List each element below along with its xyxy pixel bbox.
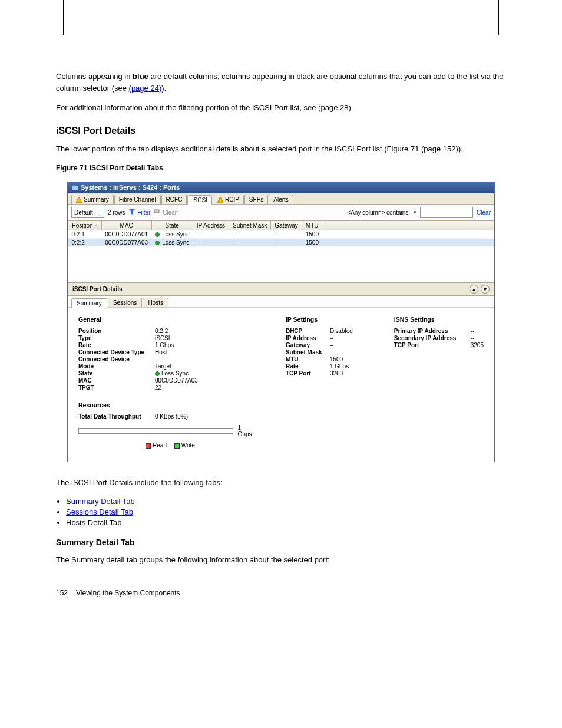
col-mtu[interactable]: MTU [302, 221, 322, 230]
page-link[interactable]: (page 24) [129, 84, 162, 93]
value: Target [155, 363, 171, 370]
svg-rect-0 [72, 186, 78, 187]
clear-filter-button[interactable]: Clear [477, 209, 491, 216]
tab-hosts-detail[interactable]: Hosts [143, 298, 168, 307]
tab-summary-detail[interactable]: Summary [71, 298, 107, 308]
label: TCP Port [394, 342, 471, 348]
window-title: Systems : InServs : S424 : Ports [81, 184, 180, 191]
tab-rcip[interactable]: RCIP [213, 195, 244, 204]
collapse-up-icon[interactable]: ▲ [470, 285, 478, 294]
label: Rate [78, 342, 155, 348]
value: -- [471, 328, 475, 334]
label: State [78, 370, 155, 377]
tab-label: Alerts [273, 196, 289, 203]
value: -- [330, 335, 334, 341]
clear-button[interactable]: Clear [154, 209, 177, 216]
value: Disabled [330, 328, 353, 334]
detail-pane-header: iSCSI Port Details ▲ ▼ [68, 282, 494, 296]
col-state[interactable]: State [151, 221, 193, 230]
kv-row: ModeTarget [78, 363, 256, 370]
kv-row: DHCPDisabled [286, 328, 365, 334]
value: 22 [155, 384, 161, 391]
value: Loss Sync [155, 370, 189, 377]
label: Total Data Throughput [78, 413, 155, 420]
kv-row: Secondary IP Address-- [394, 335, 484, 341]
col-gateway[interactable]: Gateway [271, 221, 302, 230]
app-icon [71, 184, 78, 191]
kv-row: MAC00C0DD077A03 [78, 377, 256, 384]
label: MTU [286, 356, 330, 363]
kv-row: Gateway-- [286, 342, 365, 348]
kv-row: Rate1 Gbps [286, 363, 365, 370]
tab-rcfc[interactable]: RCFC [161, 195, 187, 204]
link-sessions-tab[interactable]: Sessions Detail Tab [66, 508, 133, 516]
expand-down-icon[interactable]: ▼ [481, 285, 490, 294]
legend-swatch-read [146, 443, 151, 449]
filter-input[interactable] [420, 207, 473, 218]
svg-marker-4 [217, 197, 223, 203]
label: MAC [78, 377, 155, 384]
details-body: General Position0:2:2TypeiSCSIRate1 Gbps… [68, 308, 494, 462]
app-window: Systems : InServs : S424 : Ports Summary… [67, 182, 495, 462]
kv-row: Rate1 Gbps [78, 342, 256, 348]
value: -- [330, 342, 334, 348]
kv-row: TCP Port3260 [286, 370, 365, 377]
intro-block: Columns appearing in blue are default co… [56, 71, 506, 114]
kv-row: TPGT22 [78, 384, 256, 391]
tab-summary[interactable]: Summary [71, 195, 114, 204]
label: Primary IP Address [394, 328, 471, 334]
group-general: General [78, 316, 256, 323]
legend: Read Write [78, 442, 256, 449]
tab-alerts[interactable]: Alerts [269, 195, 293, 204]
legend-swatch-write [174, 443, 180, 449]
group-isns: iSNS Settings [394, 316, 484, 323]
window-titlebar: Systems : InServs : S424 : Ports [68, 182, 494, 193]
label: Gateway [286, 342, 330, 348]
table-row[interactable]: 0:2:100C0DD077A01Loss Sync------1500 [68, 230, 494, 239]
value: -- [471, 335, 475, 341]
text: The Summary detail tab groups the follow… [56, 554, 506, 566]
kv-row: TypeiSCSI [78, 335, 256, 341]
detail-title: iSCSI Port Details [72, 286, 122, 292]
kv-row: TCP Port3205 [394, 342, 484, 348]
list-item: Hosts Detail Tab [66, 518, 538, 527]
page-number: 152 [56, 589, 68, 597]
link-summary-tab[interactable]: Summary Detail Tab [66, 497, 135, 506]
tab-sessions-detail[interactable]: Sessions [108, 298, 143, 307]
svg-rect-2 [72, 189, 78, 190]
col-ip[interactable]: IP Address [193, 221, 229, 230]
kv-row: Connected Device TypeHost [78, 349, 256, 355]
tab-label: Fibre Channel [119, 196, 156, 203]
col-position[interactable]: Position [68, 221, 102, 230]
legend-read: Read [153, 442, 167, 449]
value: -- [330, 349, 334, 355]
tab-label: SFPs [249, 196, 263, 203]
svg-rect-1 [72, 187, 78, 189]
col-mac[interactable]: MAC [101, 221, 151, 230]
text: Columns appearing in [56, 72, 133, 81]
warning-icon [217, 197, 223, 203]
kv-row: Subnet Mask-- [286, 349, 365, 355]
subsection-heading: Summary Detail Tab [56, 538, 506, 547]
tab-iscsi[interactable]: iSCSI [187, 195, 212, 205]
label: Connected Device Type [78, 349, 155, 355]
filter-label: <Any column> contains: [347, 209, 410, 216]
chevron-down-icon[interactable]: ▾ [414, 209, 416, 215]
tab-fibre-channel[interactable]: Fibre Channel [114, 195, 161, 204]
filter-button[interactable]: Filter [128, 209, 150, 216]
col-mask[interactable]: Subnet Mask [229, 221, 270, 230]
value: 1 Gbps [330, 363, 349, 370]
label: Mode [78, 363, 155, 370]
table-row[interactable]: 0:2:200C0DD077A03Loss Sync------1500 [68, 239, 494, 247]
main-tabs: Summary Fibre Channel RCFC iSCSI RCIP SF… [68, 193, 494, 205]
section-heading: iSCSI Port Details [56, 126, 506, 136]
kv-row: StateLoss Sync [78, 370, 256, 377]
value: 0:2:2 [155, 328, 168, 334]
warning-icon [76, 197, 82, 203]
tab-label: Summary [84, 196, 109, 203]
view-select[interactable]: Default [71, 207, 104, 218]
throughput-bar [78, 428, 233, 434]
tab-sfps[interactable]: SFPs [244, 195, 268, 204]
row-count: 2 rows [108, 209, 125, 216]
figure-label: Figure 71 iSCSI Port Detail Tabs [56, 163, 506, 173]
